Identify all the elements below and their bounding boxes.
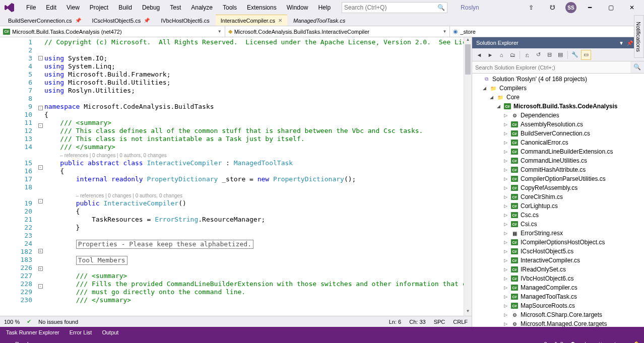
code-area[interactable]: // Copyright (c) Microsoft. All Rights R… <box>44 37 464 316</box>
folder-compilers[interactable]: ◢📁Compilers <box>472 84 644 93</box>
scroll-up-arrow[interactable]: ▲ <box>464 37 472 44</box>
file-commandlineutilities-cs[interactable]: ▷C#CommandLineUtilities.cs <box>472 156 644 165</box>
type-dropdown[interactable]: ◆ Microsoft.CodeAnalysis.BuildTasks.Inte… <box>225 26 450 37</box>
file-compileroptionparseutilities-cs[interactable]: ▷C#CompilerOptionParseUtilities.cs <box>472 174 644 183</box>
expand-arrow[interactable]: ▷ <box>502 176 508 181</box>
menu-file[interactable]: File <box>21 2 41 13</box>
file-errorstring-resx[interactable]: ▷▦ErrorString.resx <box>472 229 644 238</box>
member-dropdown[interactable]: ◉ _store▼ <box>450 26 644 37</box>
menu-analyze[interactable]: Analyze <box>186 2 218 13</box>
menu-project[interactable]: Project <box>85 2 113 13</box>
expand-arrow[interactable]: ▷ <box>502 131 508 136</box>
pin-icon[interactable]: 📌 <box>627 40 633 46</box>
menu-build[interactable]: Build <box>113 2 137 13</box>
fold-toggle[interactable]: + <box>38 249 43 253</box>
notifications-icon[interactable]: 🔔 <box>633 341 640 344</box>
dependencies-node[interactable]: ▷⚙Dependencies <box>472 111 644 120</box>
switch-views-button[interactable]: 🗂 <box>507 50 518 60</box>
file-assemblyresolution-cs[interactable]: ▷C#AssemblyResolution.cs <box>472 120 644 129</box>
fold-toggle[interactable]: - <box>38 123 43 128</box>
file-microsoft-csharp-core-targets[interactable]: ▷⚙Microsoft.CSharp.Core.targets <box>472 310 644 319</box>
tool-tab-task-runner-explorer[interactable]: Task Runner Explorer <box>1 328 65 337</box>
user-avatar[interactable]: SS <box>565 2 576 13</box>
back-button[interactable]: ◄ <box>474 50 484 60</box>
pin-icon[interactable]: 📌 <box>75 18 81 23</box>
notifications-side-tab[interactable]: Notifications <box>634 15 644 58</box>
issues-text[interactable]: No issues found <box>38 319 78 325</box>
solution-tree[interactable]: ⧉Solution 'Roslyn' (4 of 168 projects)◢📁… <box>472 74 644 327</box>
task-list-icon[interactable]: ▭ <box>4 341 9 344</box>
fold-toggle[interactable]: - <box>38 106 43 110</box>
expand-arrow[interactable]: ▷ <box>502 285 508 290</box>
file-corlightup-cs[interactable]: ▷C#CorLightup.cs <box>472 201 644 211</box>
tool-tab-error-list[interactable]: Error List <box>65 328 97 337</box>
collapse-all-button[interactable]: ⊟ <box>544 50 554 60</box>
scroll-down-arrow[interactable]: ▼ <box>464 309 472 316</box>
expand-arrow[interactable]: ▷ <box>502 167 508 172</box>
file-icschostobject5-cs[interactable]: ▷C#ICscHostObject5.cs <box>472 247 644 256</box>
file-csc-cs[interactable]: ▷C#Csc.cs <box>472 211 644 220</box>
search-icon[interactable]: 🔍 <box>630 61 644 73</box>
expand-arrow[interactable]: ▷ <box>502 185 508 190</box>
solution-search[interactable]: 🔍 <box>472 61 644 74</box>
expand-arrow[interactable]: ◢ <box>495 104 501 109</box>
expand-arrow[interactable]: ▷ <box>502 258 508 263</box>
fold-toggle[interactable]: - <box>38 284 43 289</box>
scroll-thumb[interactable] <box>465 44 471 75</box>
file-managedcompiler-cs[interactable]: ▷C#ManagedCompiler.cs <box>472 283 644 292</box>
solution-search-input[interactable] <box>472 61 630 73</box>
expand-arrow[interactable]: ▷ <box>502 158 508 163</box>
fold-toggle[interactable]: - <box>38 56 43 60</box>
expand-arrow[interactable]: ▷ <box>502 140 508 145</box>
file-canonicalerror-cs[interactable]: ▷C#CanonicalError.cs <box>472 138 644 147</box>
expand-arrow[interactable]: ▷ <box>502 113 508 118</box>
tool-tab-output[interactable]: Output <box>97 328 123 337</box>
publish-icon[interactable]: ↑ 0 <box>540 341 547 343</box>
file-managedtooltask-cs[interactable]: ▷C#ManagedToolTask.cs <box>472 292 644 301</box>
close-icon[interactable]: ✕ <box>278 18 282 23</box>
expand-arrow[interactable]: ▷ <box>502 122 508 127</box>
file-ivbchostobject6-cs[interactable]: ▷C#IVbcHostObject6.cs <box>472 274 644 283</box>
solution-root[interactable]: ⧉Solution 'Roslyn' (4 of 168 projects) <box>472 75 644 84</box>
expand-arrow[interactable]: ▷ <box>502 294 508 299</box>
fold-toggle[interactable]: - <box>38 165 43 170</box>
menu-window[interactable]: Window <box>282 2 313 13</box>
menu-extensions[interactable]: Extensions <box>242 2 282 13</box>
file-buildserverconnection-cs[interactable]: ▷C#BuildServerConnection.cs <box>472 129 644 138</box>
tab-buildserverconnection-cs[interactable]: BuildServerConnection.cs📌 <box>3 15 86 26</box>
file-commandlinebuilderextension-cs[interactable]: ▷C#CommandLineBuilderExtension.cs <box>472 147 644 156</box>
branch-name[interactable]: ⑂ master ▾ <box>599 341 626 343</box>
vertical-scrollbar[interactable]: ▲ ▼ <box>464 37 472 316</box>
global-search[interactable]: 🔍 <box>342 2 447 13</box>
preview-button[interactable]: ▭ <box>581 50 591 60</box>
tab-managedtooltask-cs[interactable]: ManagedToolTask.cs <box>288 15 350 26</box>
tab-ivbchostobject6-cs[interactable]: IVbcHostObject6.cs <box>156 15 215 26</box>
expand-arrow[interactable]: ▷ <box>502 194 508 199</box>
expand-arrow[interactable]: ▷ <box>502 240 508 245</box>
expand-arrow[interactable]: ◢ <box>481 86 487 91</box>
menu-view[interactable]: View <box>61 2 85 13</box>
menu-test[interactable]: Test <box>165 2 186 13</box>
fold-toggle[interactable]: + <box>38 266 43 271</box>
maximize-button[interactable]: ▢ <box>603 2 619 14</box>
project-dropdown[interactable]: C# Microsoft.Build.Tasks.CodeAnalysis (n… <box>0 26 225 37</box>
menu-tools[interactable]: Tools <box>218 2 242 13</box>
expand-arrow[interactable]: ▷ <box>502 249 508 254</box>
expand-arrow[interactable]: ▷ <box>502 303 508 308</box>
expand-arrow[interactable]: ▷ <box>502 276 508 281</box>
zoom-level[interactable]: 100 % <box>4 319 20 325</box>
search-input[interactable] <box>344 4 437 11</box>
tab-icschostobject5-cs[interactable]: ICscHostObject5.cs📌 <box>87 15 155 26</box>
pending-changes-button[interactable]: ⎌ <box>522 50 532 60</box>
expand-arrow[interactable]: ◢ <box>488 95 494 100</box>
file-icompileroptionshostobject-cs[interactable]: ▷C#ICompilerOptionsHostObject.cs <box>472 238 644 247</box>
pending-icon[interactable]: ✎ 8 <box>554 341 563 344</box>
expand-arrow[interactable]: ▷ <box>502 312 508 317</box>
file-copyrefassembly-cs[interactable]: ▷C#CopyRefAssembly.cs <box>472 183 644 192</box>
expand-arrow[interactable]: ▷ <box>502 149 508 154</box>
home-button[interactable]: ⌂ <box>496 50 506 60</box>
expand-arrow[interactable]: ▷ <box>502 231 508 236</box>
fold-toggle[interactable]: - <box>38 199 43 203</box>
file-commithashattribute-cs[interactable]: ▷C#CommitHashAttribute.cs <box>472 165 644 174</box>
sync-button[interactable]: ↺ <box>533 50 543 60</box>
